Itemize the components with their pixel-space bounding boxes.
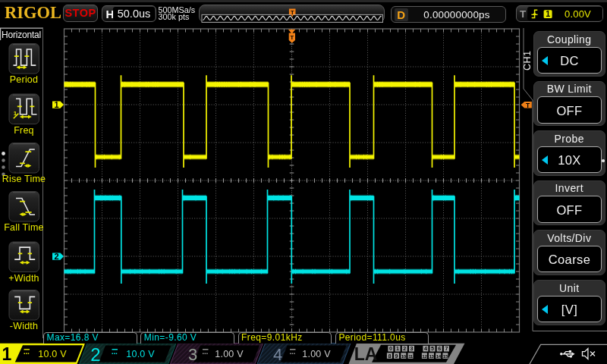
svg-text:3: 3 bbox=[188, 345, 197, 364]
svg-text:0: 0 bbox=[389, 345, 392, 352]
svg-text:5: 5 bbox=[431, 345, 434, 352]
svg-text:1: 1 bbox=[396, 345, 399, 352]
svg-text:11: 11 bbox=[408, 353, 414, 359]
svg-text:10.0 V: 10.0 V bbox=[126, 349, 155, 359]
svg-text:2: 2 bbox=[54, 252, 58, 261]
svg-text:4: 4 bbox=[273, 345, 282, 364]
svg-text:2: 2 bbox=[403, 345, 406, 352]
svg-text:14: 14 bbox=[436, 353, 442, 359]
svg-text:1: 1 bbox=[54, 100, 58, 109]
svg-text:12: 12 bbox=[422, 353, 427, 359]
svg-text:13: 13 bbox=[429, 353, 434, 359]
svg-text:1: 1 bbox=[2, 344, 12, 364]
svg-text:T: T bbox=[526, 102, 530, 109]
svg-text:LA: LA bbox=[354, 344, 378, 364]
svg-text:10: 10 bbox=[401, 353, 407, 359]
svg-text:15: 15 bbox=[443, 353, 448, 359]
svg-text:8: 8 bbox=[388, 353, 391, 359]
svg-text:T: T bbox=[291, 34, 294, 41]
svg-text:1.00 V: 1.00 V bbox=[302, 349, 331, 359]
svg-text:3: 3 bbox=[410, 345, 414, 352]
svg-text:9: 9 bbox=[395, 353, 398, 359]
svg-text:10.0 V: 10.0 V bbox=[38, 349, 67, 359]
svg-text:4: 4 bbox=[424, 345, 427, 352]
svg-text:7: 7 bbox=[445, 345, 448, 352]
svg-text:2: 2 bbox=[90, 344, 100, 364]
svg-text:6: 6 bbox=[438, 345, 441, 352]
svg-text:1.00 V: 1.00 V bbox=[215, 349, 244, 359]
